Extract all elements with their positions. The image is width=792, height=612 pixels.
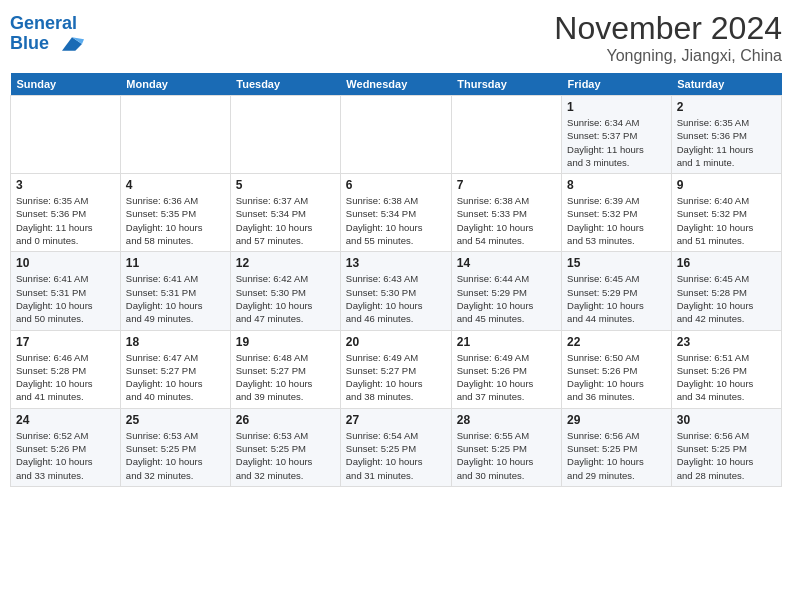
- day-number: 8: [567, 178, 666, 192]
- day-number: 14: [457, 256, 556, 270]
- day-number: 16: [677, 256, 776, 270]
- day-info: Sunrise: 6:49 AM Sunset: 5:26 PM Dayligh…: [457, 351, 556, 404]
- calendar-cell: 18Sunrise: 6:47 AM Sunset: 5:27 PM Dayli…: [120, 330, 230, 408]
- day-info: Sunrise: 6:41 AM Sunset: 5:31 PM Dayligh…: [126, 272, 225, 325]
- calendar-cell: 1Sunrise: 6:34 AM Sunset: 5:37 PM Daylig…: [562, 96, 672, 174]
- calendar-cell: 7Sunrise: 6:38 AM Sunset: 5:33 PM Daylig…: [451, 174, 561, 252]
- day-number: 20: [346, 335, 446, 349]
- day-number: 26: [236, 413, 335, 427]
- calendar-cell: 21Sunrise: 6:49 AM Sunset: 5:26 PM Dayli…: [451, 330, 561, 408]
- day-number: 11: [126, 256, 225, 270]
- calendar-cell: 23Sunrise: 6:51 AM Sunset: 5:26 PM Dayli…: [671, 330, 781, 408]
- day-number: 23: [677, 335, 776, 349]
- calendar-cell: 5Sunrise: 6:37 AM Sunset: 5:34 PM Daylig…: [230, 174, 340, 252]
- day-info: Sunrise: 6:53 AM Sunset: 5:25 PM Dayligh…: [126, 429, 225, 482]
- logo-text: General: [10, 14, 86, 34]
- day-number: 29: [567, 413, 666, 427]
- calendar-cell: 27Sunrise: 6:54 AM Sunset: 5:25 PM Dayli…: [340, 408, 451, 486]
- logo: General Blue: [10, 14, 86, 54]
- weekday-header-monday: Monday: [120, 73, 230, 96]
- calendar-cell: 22Sunrise: 6:50 AM Sunset: 5:26 PM Dayli…: [562, 330, 672, 408]
- calendar-cell: 14Sunrise: 6:44 AM Sunset: 5:29 PM Dayli…: [451, 252, 561, 330]
- day-info: Sunrise: 6:44 AM Sunset: 5:29 PM Dayligh…: [457, 272, 556, 325]
- calendar-header: SundayMondayTuesdayWednesdayThursdayFrid…: [11, 73, 782, 96]
- calendar-cell: 16Sunrise: 6:45 AM Sunset: 5:28 PM Dayli…: [671, 252, 781, 330]
- day-number: 10: [16, 256, 115, 270]
- day-info: Sunrise: 6:51 AM Sunset: 5:26 PM Dayligh…: [677, 351, 776, 404]
- day-info: Sunrise: 6:56 AM Sunset: 5:25 PM Dayligh…: [677, 429, 776, 482]
- day-info: Sunrise: 6:55 AM Sunset: 5:25 PM Dayligh…: [457, 429, 556, 482]
- title-block: November 2024 Yongning, Jiangxi, China: [554, 10, 782, 65]
- day-info: Sunrise: 6:36 AM Sunset: 5:35 PM Dayligh…: [126, 194, 225, 247]
- day-number: 30: [677, 413, 776, 427]
- day-info: Sunrise: 6:38 AM Sunset: 5:33 PM Dayligh…: [457, 194, 556, 247]
- calendar-week-row: 1Sunrise: 6:34 AM Sunset: 5:37 PM Daylig…: [11, 96, 782, 174]
- calendar-cell: 19Sunrise: 6:48 AM Sunset: 5:27 PM Dayli…: [230, 330, 340, 408]
- day-number: 15: [567, 256, 666, 270]
- day-info: Sunrise: 6:39 AM Sunset: 5:32 PM Dayligh…: [567, 194, 666, 247]
- day-info: Sunrise: 6:41 AM Sunset: 5:31 PM Dayligh…: [16, 272, 115, 325]
- day-info: Sunrise: 6:35 AM Sunset: 5:36 PM Dayligh…: [16, 194, 115, 247]
- calendar-cell: [120, 96, 230, 174]
- month-year-title: November 2024: [554, 10, 782, 47]
- day-number: 3: [16, 178, 115, 192]
- day-number: 13: [346, 256, 446, 270]
- weekday-header-row: SundayMondayTuesdayWednesdayThursdayFrid…: [11, 73, 782, 96]
- day-info: Sunrise: 6:46 AM Sunset: 5:28 PM Dayligh…: [16, 351, 115, 404]
- day-number: 6: [346, 178, 446, 192]
- day-number: 27: [346, 413, 446, 427]
- calendar-cell: 17Sunrise: 6:46 AM Sunset: 5:28 PM Dayli…: [11, 330, 121, 408]
- day-number: 18: [126, 335, 225, 349]
- calendar-cell: 20Sunrise: 6:49 AM Sunset: 5:27 PM Dayli…: [340, 330, 451, 408]
- weekday-header-friday: Friday: [562, 73, 672, 96]
- calendar-cell: 3Sunrise: 6:35 AM Sunset: 5:36 PM Daylig…: [11, 174, 121, 252]
- calendar-body: 1Sunrise: 6:34 AM Sunset: 5:37 PM Daylig…: [11, 96, 782, 487]
- calendar-cell: 30Sunrise: 6:56 AM Sunset: 5:25 PM Dayli…: [671, 408, 781, 486]
- calendar-cell: 12Sunrise: 6:42 AM Sunset: 5:30 PM Dayli…: [230, 252, 340, 330]
- calendar-cell: 15Sunrise: 6:45 AM Sunset: 5:29 PM Dayli…: [562, 252, 672, 330]
- calendar-cell: 9Sunrise: 6:40 AM Sunset: 5:32 PM Daylig…: [671, 174, 781, 252]
- day-number: 4: [126, 178, 225, 192]
- day-number: 1: [567, 100, 666, 114]
- weekday-header-thursday: Thursday: [451, 73, 561, 96]
- calendar-cell: [11, 96, 121, 174]
- calendar-cell: 4Sunrise: 6:36 AM Sunset: 5:35 PM Daylig…: [120, 174, 230, 252]
- calendar-cell: 8Sunrise: 6:39 AM Sunset: 5:32 PM Daylig…: [562, 174, 672, 252]
- day-number: 12: [236, 256, 335, 270]
- day-number: 24: [16, 413, 115, 427]
- weekday-header-wednesday: Wednesday: [340, 73, 451, 96]
- calendar-table: SundayMondayTuesdayWednesdayThursdayFrid…: [10, 73, 782, 487]
- calendar-cell: [340, 96, 451, 174]
- day-info: Sunrise: 6:34 AM Sunset: 5:37 PM Dayligh…: [567, 116, 666, 169]
- day-number: 28: [457, 413, 556, 427]
- day-info: Sunrise: 6:45 AM Sunset: 5:29 PM Dayligh…: [567, 272, 666, 325]
- calendar-week-row: 24Sunrise: 6:52 AM Sunset: 5:26 PM Dayli…: [11, 408, 782, 486]
- logo-blue: Blue: [10, 34, 86, 54]
- day-info: Sunrise: 6:42 AM Sunset: 5:30 PM Dayligh…: [236, 272, 335, 325]
- page-header: General Blue November 2024 Yongning, Jia…: [10, 10, 782, 65]
- day-info: Sunrise: 6:47 AM Sunset: 5:27 PM Dayligh…: [126, 351, 225, 404]
- day-info: Sunrise: 6:37 AM Sunset: 5:34 PM Dayligh…: [236, 194, 335, 247]
- day-number: 7: [457, 178, 556, 192]
- calendar-cell: [451, 96, 561, 174]
- day-number: 25: [126, 413, 225, 427]
- day-info: Sunrise: 6:52 AM Sunset: 5:26 PM Dayligh…: [16, 429, 115, 482]
- day-info: Sunrise: 6:43 AM Sunset: 5:30 PM Dayligh…: [346, 272, 446, 325]
- day-info: Sunrise: 6:49 AM Sunset: 5:27 PM Dayligh…: [346, 351, 446, 404]
- day-number: 19: [236, 335, 335, 349]
- calendar-week-row: 17Sunrise: 6:46 AM Sunset: 5:28 PM Dayli…: [11, 330, 782, 408]
- day-info: Sunrise: 6:53 AM Sunset: 5:25 PM Dayligh…: [236, 429, 335, 482]
- calendar-cell: 29Sunrise: 6:56 AM Sunset: 5:25 PM Dayli…: [562, 408, 672, 486]
- calendar-cell: 13Sunrise: 6:43 AM Sunset: 5:30 PM Dayli…: [340, 252, 451, 330]
- calendar-cell: [230, 96, 340, 174]
- day-number: 21: [457, 335, 556, 349]
- day-info: Sunrise: 6:38 AM Sunset: 5:34 PM Dayligh…: [346, 194, 446, 247]
- location-subtitle: Yongning, Jiangxi, China: [554, 47, 782, 65]
- weekday-header-sunday: Sunday: [11, 73, 121, 96]
- day-info: Sunrise: 6:56 AM Sunset: 5:25 PM Dayligh…: [567, 429, 666, 482]
- day-number: 5: [236, 178, 335, 192]
- calendar-cell: 28Sunrise: 6:55 AM Sunset: 5:25 PM Dayli…: [451, 408, 561, 486]
- weekday-header-saturday: Saturday: [671, 73, 781, 96]
- logo-general: General: [10, 13, 77, 33]
- weekday-header-tuesday: Tuesday: [230, 73, 340, 96]
